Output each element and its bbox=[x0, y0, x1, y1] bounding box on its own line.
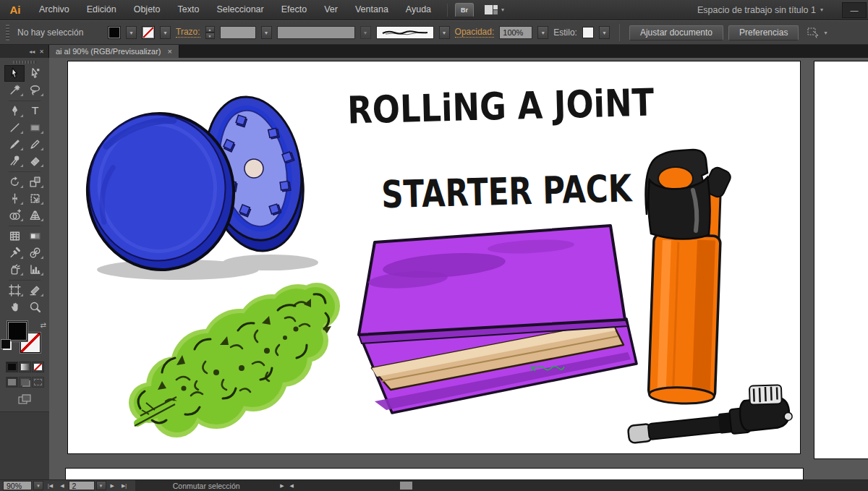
artboard-main[interactable]: ROLLiNG A JOiNT STARTER PACK bbox=[67, 61, 801, 454]
last-artboard-button[interactable]: ▶| bbox=[119, 483, 129, 489]
menu-texto[interactable]: Texto bbox=[169, 0, 208, 20]
tool-perspective-grid[interactable] bbox=[25, 207, 45, 223]
tool-gradient[interactable] bbox=[25, 228, 45, 244]
brush-definition-field[interactable] bbox=[376, 26, 434, 39]
horizontal-scrollbar-thumb[interactable] bbox=[400, 482, 412, 490]
graphic-style-dropdown[interactable]: ▾ bbox=[599, 26, 610, 39]
collapse-panel-icon[interactable]: ◂◂ bbox=[29, 48, 35, 55]
tool-paintbrush[interactable] bbox=[4, 136, 25, 153]
draw-normal-button[interactable] bbox=[6, 377, 18, 388]
grinder[interactable] bbox=[80, 89, 318, 280]
menu-ventana[interactable]: Ventana bbox=[346, 0, 397, 20]
tool-pencil[interactable] bbox=[25, 136, 45, 153]
tool-lasso[interactable] bbox=[25, 82, 45, 98]
swap-fill-stroke-icon[interactable]: ⇄ bbox=[41, 321, 46, 329]
arrange-documents-button[interactable]: ▾ bbox=[484, 4, 504, 16]
none-button[interactable] bbox=[32, 362, 44, 372]
select-similar-control[interactable]: ▾ bbox=[807, 27, 827, 38]
variable-width-dropdown[interactable]: ▾ bbox=[360, 26, 371, 39]
stroke-weight-dropdown[interactable]: ▾ bbox=[261, 26, 272, 39]
close-tab-icon[interactable]: × bbox=[168, 47, 172, 56]
opacity-field[interactable]: 100% bbox=[499, 26, 532, 39]
tool-magic-wand[interactable] bbox=[4, 82, 25, 98]
workspace-switcher[interactable]: Espacio de trabajo sin título 1 ▾ bbox=[697, 5, 823, 15]
menu-ver[interactable]: Ver bbox=[315, 0, 346, 20]
minimize-window-button[interactable]: — bbox=[842, 2, 867, 18]
stroke-weight-stepper[interactable]: ▲ ▼ bbox=[205, 26, 215, 39]
tool-direct-selection[interactable] bbox=[25, 65, 45, 82]
panel-grip[interactable] bbox=[6, 25, 9, 40]
tool-artboard[interactable] bbox=[4, 282, 25, 299]
tool-hand[interactable] bbox=[4, 299, 25, 315]
artboard-below[interactable] bbox=[65, 468, 804, 479]
artwork-title[interactable]: ROLLiNG A JOiNT STARTER PACK bbox=[347, 80, 658, 217]
tool-rotate[interactable] bbox=[4, 174, 25, 190]
tool-rectangle[interactable] bbox=[25, 119, 45, 136]
tools-grip[interactable] bbox=[13, 61, 36, 64]
previous-artboard-button[interactable]: ◀ bbox=[57, 483, 67, 489]
tool-eyedropper[interactable] bbox=[4, 244, 25, 261]
opacity-panel-link[interactable]: Opacidad: bbox=[455, 27, 495, 38]
tool-column-graph[interactable] bbox=[25, 261, 45, 278]
document-tab[interactable]: ai al 90% (RGB/Previsualizar) × bbox=[49, 45, 179, 58]
tool-selection[interactable] bbox=[4, 65, 25, 82]
tool-width[interactable] bbox=[4, 190, 25, 207]
first-artboard-button[interactable]: |◀ bbox=[45, 483, 56, 489]
brush-definition-dropdown[interactable]: ▾ bbox=[439, 26, 450, 39]
variable-width-profile-field[interactable] bbox=[277, 26, 355, 39]
menu-archivo[interactable]: Archivo bbox=[30, 0, 78, 20]
cannabis-bud[interactable] bbox=[129, 283, 340, 437]
artboard-number-field[interactable]: 2 bbox=[69, 481, 95, 490]
fill-indicator[interactable] bbox=[7, 321, 27, 341]
stroke-weight-field[interactable] bbox=[220, 26, 256, 39]
status-menu-arrow[interactable]: ▶ bbox=[277, 483, 286, 489]
panel-close-icon[interactable]: ✕ bbox=[39, 48, 44, 55]
stepper-down-icon[interactable]: ▼ bbox=[205, 33, 215, 39]
zoom-level-field[interactable]: 90% bbox=[3, 481, 32, 490]
draw-inside-button[interactable] bbox=[32, 377, 44, 388]
stroke-color-dropdown[interactable]: ▾ bbox=[160, 26, 171, 39]
preferences-button[interactable]: Preferencias bbox=[728, 25, 799, 40]
zoom-dropdown[interactable]: ▾ bbox=[33, 481, 43, 490]
fill-color-dropdown[interactable]: ▾ bbox=[126, 26, 137, 39]
stepper-up-icon[interactable]: ▲ bbox=[205, 26, 215, 33]
scroll-left-icon[interactable]: ◀ bbox=[287, 483, 297, 489]
menu-objeto[interactable]: Objeto bbox=[125, 0, 169, 20]
graphic-style-swatch[interactable] bbox=[582, 27, 594, 38]
tool-symbol-sprayer[interactable] bbox=[4, 261, 25, 278]
opacity-dropdown[interactable]: ▾ bbox=[537, 26, 548, 39]
artboard-next[interactable] bbox=[814, 61, 868, 459]
tool-slice[interactable] bbox=[25, 282, 45, 299]
tool-type[interactable]: T bbox=[25, 103, 45, 119]
fit-document-button[interactable]: Ajustar documento bbox=[629, 25, 723, 40]
artboard-dropdown[interactable]: ▾ bbox=[96, 481, 106, 490]
stroke-color-swatch[interactable] bbox=[142, 26, 155, 39]
screen-mode-button[interactable] bbox=[16, 393, 33, 406]
rolling-papers[interactable] bbox=[359, 226, 637, 413]
default-fill-stroke-icon[interactable] bbox=[1, 340, 10, 349]
menu-ayuda[interactable]: Ayuda bbox=[397, 0, 440, 20]
menu-edicion[interactable]: Edición bbox=[78, 0, 125, 20]
tool-scale[interactable] bbox=[25, 174, 45, 190]
stroke-panel-link[interactable]: Trazo: bbox=[176, 27, 200, 38]
tool-shape-builder[interactable] bbox=[4, 207, 25, 223]
menu-seleccionar[interactable]: Seleccionar bbox=[208, 0, 272, 20]
fill-color-swatch[interactable] bbox=[108, 26, 121, 39]
tool-eraser[interactable] bbox=[25, 153, 45, 169]
color-button[interactable] bbox=[6, 362, 18, 372]
draw-behind-button[interactable] bbox=[19, 377, 31, 388]
tool-pen[interactable] bbox=[4, 103, 25, 119]
tool-blob-brush[interactable] bbox=[4, 153, 25, 169]
menu-efecto[interactable]: Efecto bbox=[273, 0, 315, 20]
tool-zoom[interactable] bbox=[25, 299, 45, 315]
tool-mesh[interactable] bbox=[4, 228, 25, 244]
bridge-button[interactable]: Br bbox=[455, 3, 474, 17]
tool-free-transform[interactable] bbox=[25, 190, 45, 207]
tool-blend[interactable] bbox=[25, 244, 45, 261]
gradient-button[interactable] bbox=[19, 362, 31, 372]
lighter-body bbox=[648, 234, 720, 404]
tool-line-segment[interactable] bbox=[4, 119, 25, 136]
canvas[interactable]: ROLLiNG A JOiNT STARTER PACK bbox=[49, 58, 868, 479]
lighter[interactable] bbox=[646, 150, 733, 405]
next-artboard-button[interactable]: ▶ bbox=[108, 483, 117, 489]
